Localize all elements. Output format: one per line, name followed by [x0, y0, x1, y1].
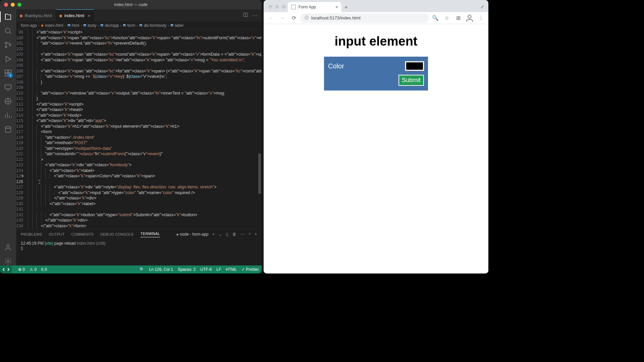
reload-button[interactable]: ⟳: [289, 13, 299, 23]
expand-icon[interactable]: ⤢: [480, 4, 488, 12]
status-cursor[interactable]: Ln 126, Col 1: [149, 267, 173, 272]
panel-tab-output[interactable]: OUTPUT: [49, 232, 65, 236]
svg-rect-6: [5, 73, 8, 76]
terminal-body[interactable]: 12:45:19 PM [vite] page reload index.htm…: [16, 240, 262, 265]
tab-index[interactable]: ◆index.html×: [56, 9, 94, 21]
scrollbar-vertical[interactable]: [258, 29, 262, 229]
account-icon[interactable]: [4, 243, 12, 251]
address-bar[interactable]: ⓘ localhost:5173/index.html: [301, 13, 429, 23]
database-icon[interactable]: [4, 125, 12, 133]
traffic-zoom[interactable]: [17, 3, 21, 7]
svg-point-11: [7, 245, 9, 247]
favicon-icon: [291, 5, 296, 9]
svg-rect-4: [5, 70, 8, 73]
panel-tab-debug[interactable]: DEBUG CONSOLE: [100, 232, 134, 236]
breadcrumb-item[interactable]: form-app: [21, 23, 37, 28]
color-label: Color: [328, 62, 344, 70]
status-lang[interactable]: HTML: [226, 267, 237, 272]
code-editor[interactable]: 9910010110210310410510610710810911011111…: [16, 29, 262, 229]
close-panel-icon[interactable]: ×: [255, 232, 257, 237]
activity-bar: 2: [0, 9, 16, 265]
svg-point-14: [468, 15, 471, 18]
profile-icon[interactable]: [465, 13, 474, 23]
terminal-dropdown-icon[interactable]: ⌄: [219, 232, 222, 237]
remote-indicator[interactable]: [0, 265, 12, 274]
panel-tab-problems[interactable]: PROBLEMS: [21, 232, 42, 236]
split-terminal-icon[interactable]: ▯: [226, 232, 228, 237]
page-heading: input element: [270, 34, 482, 49]
window-title: index.html — code: [114, 2, 147, 7]
svg-point-0: [5, 28, 10, 33]
browser-tab[interactable]: Form App ×: [288, 2, 341, 12]
panel-tab-comments[interactable]: COMMENTS: [71, 232, 94, 236]
breadcrumb-item[interactable]: label: [175, 23, 183, 28]
status-warnings[interactable]: ⚠ 0: [30, 267, 37, 272]
form-container: Color Submit: [324, 57, 428, 90]
status-spaces[interactable]: Spaces: 2: [178, 267, 196, 272]
search-icon[interactable]: [4, 27, 12, 35]
url-text: localhost:5173/index.html: [311, 15, 361, 20]
status-ports[interactable]: ⎘ 0: [41, 267, 47, 272]
extensions-icon[interactable]: 2: [4, 69, 12, 77]
more-icon[interactable]: ⋯: [240, 232, 245, 237]
breadcrumb-item[interactable]: form: [127, 23, 135, 28]
breadcrumbs[interactable]: form-app› ◆index.html› ⬒html› ⬒body› ⬒di…: [16, 21, 262, 29]
status-encoding[interactable]: UTF-8: [200, 267, 212, 272]
breadcrumb-item[interactable]: index.html: [45, 23, 63, 28]
maximize-panel-icon[interactable]: ^: [249, 232, 251, 237]
status-errors[interactable]: ⊗ 0: [18, 267, 25, 272]
breadcrumb-item[interactable]: div#app: [105, 23, 119, 28]
status-magnify[interactable]: 🔍: [140, 267, 145, 272]
extensions-badge: 2: [8, 73, 13, 78]
status-formatter[interactable]: ✓ Prettier: [241, 267, 259, 272]
svg-point-10: [5, 126, 11, 128]
panel-tab-terminal[interactable]: TERMINAL: [141, 232, 160, 237]
site-info-icon[interactable]: ⓘ: [305, 15, 309, 21]
traffic-close[interactable]: [4, 3, 8, 7]
browser-toolbar: ← → ⟳ ⓘ localhost:5173/index.html 🔍 ☆ ⊞ …: [264, 12, 488, 24]
run-debug-icon[interactable]: [4, 55, 12, 63]
kill-terminal-icon[interactable]: 🗑: [232, 232, 236, 237]
forward-button[interactable]: →: [278, 13, 287, 23]
bookmark-icon[interactable]: ☆: [442, 13, 451, 23]
explorer-icon[interactable]: [4, 13, 12, 21]
status-bar: ⊗ 0 ⚠ 0 ⎘ 0 🔍 Ln 126, Col 1 Spaces: 2 UT…: [0, 265, 262, 274]
status-eol[interactable]: LF: [216, 267, 221, 272]
breadcrumb-item[interactable]: html: [72, 23, 79, 28]
source-control-icon[interactable]: [4, 41, 12, 49]
terminal-selector[interactable]: ▸ node - form-app: [177, 232, 209, 237]
traffic-close[interactable]: [268, 5, 272, 9]
breadcrumb-item[interactable]: body: [88, 23, 96, 28]
traffic-minimize[interactable]: [11, 3, 15, 7]
color-input[interactable]: [405, 61, 424, 71]
back-button[interactable]: ←: [266, 13, 276, 23]
extensions-icon[interactable]: ⊞: [453, 13, 463, 23]
svg-point-1: [5, 42, 7, 44]
svg-rect-5: [8, 70, 11, 73]
tab-thankyou[interactable]: ◆thankyou.html: [16, 9, 56, 21]
close-icon[interactable]: ×: [88, 13, 90, 18]
svg-point-3: [9, 44, 11, 46]
tab-label: thankyou.html: [25, 13, 52, 18]
vscode-window: index.html — code 2 ◆thankyou.html: [0, 0, 262, 274]
traffic-minimize[interactable]: [275, 5, 279, 9]
menu-icon[interactable]: ⋮: [476, 13, 486, 23]
new-terminal-icon[interactable]: +: [212, 232, 215, 237]
svg-point-12: [7, 260, 9, 262]
traffic-zoom[interactable]: [282, 5, 286, 9]
svg-point-2: [5, 46, 7, 48]
zoom-icon[interactable]: 🔍: [431, 13, 440, 23]
close-tab-icon[interactable]: ×: [335, 4, 338, 10]
submit-button[interactable]: Submit: [398, 75, 424, 86]
new-tab-button[interactable]: +: [341, 3, 351, 12]
graph-icon[interactable]: [4, 111, 12, 119]
testing-icon[interactable]: [4, 97, 12, 105]
browser-window: Form App × + ⤢ ← → ⟳ ⓘ localhost:5173/in…: [264, 0, 488, 274]
tab-label: index.html: [64, 13, 84, 18]
breadcrumb-item[interactable]: div.formbody: [144, 23, 166, 28]
more-icon[interactable]: ⋯: [252, 12, 258, 19]
editor-tabs: ◆thankyou.html ◆index.html× ⋯: [16, 9, 262, 21]
remote-icon[interactable]: [4, 83, 12, 91]
settings-icon[interactable]: [4, 257, 12, 265]
split-editor-icon[interactable]: [243, 12, 248, 19]
